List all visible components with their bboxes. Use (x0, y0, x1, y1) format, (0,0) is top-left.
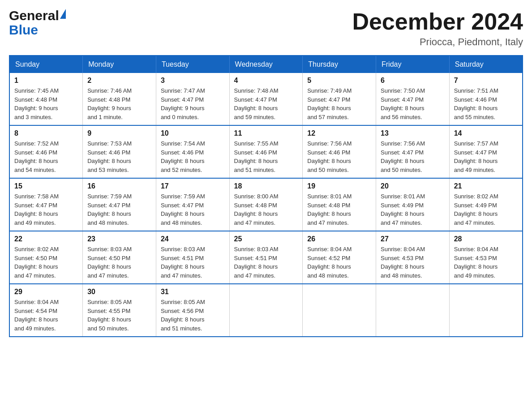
day-info: Sunrise: 7:58 AMSunset: 4:47 PMDaylight:… (14, 192, 78, 227)
day-info: Sunrise: 7:55 AMSunset: 4:46 PMDaylight:… (234, 139, 298, 174)
header-monday: Monday (83, 56, 156, 73)
day-number: 13 (381, 129, 445, 137)
week-row-5: 29 Sunrise: 8:04 AMSunset: 4:54 PMDaylig… (9, 284, 523, 337)
day-cell: 30 Sunrise: 8:05 AMSunset: 4:55 PMDaylig… (83, 284, 156, 337)
day-cell: 23 Sunrise: 8:03 AMSunset: 4:50 PMDaylig… (83, 231, 156, 284)
header-saturday: Saturday (449, 56, 523, 73)
logo: General Blue (9, 9, 66, 37)
day-cell: 17 Sunrise: 7:59 AMSunset: 4:47 PMDaylig… (156, 178, 229, 231)
calendar-table: SundayMondayTuesdayWednesdayThursdayFrid… (9, 55, 523, 337)
week-row-3: 15 Sunrise: 7:58 AMSunset: 4:47 PMDaylig… (9, 178, 523, 231)
day-cell: 27 Sunrise: 8:04 AMSunset: 4:53 PMDaylig… (376, 231, 450, 284)
day-info: Sunrise: 8:04 AMSunset: 4:53 PMDaylight:… (381, 245, 445, 280)
location-title: Priocca, Piedmont, Italy (352, 36, 523, 48)
day-cell: 5 Sunrise: 7:49 AMSunset: 4:47 PMDayligh… (303, 73, 376, 125)
day-number: 24 (161, 235, 225, 243)
day-number: 12 (307, 129, 371, 137)
day-info: Sunrise: 7:45 AMSunset: 4:48 PMDaylight:… (14, 86, 78, 121)
day-cell (229, 284, 303, 337)
week-row-4: 22 Sunrise: 8:02 AMSunset: 4:50 PMDaylig… (9, 231, 523, 284)
day-cell: 18 Sunrise: 8:00 AMSunset: 4:48 PMDaylig… (229, 178, 303, 231)
day-info: Sunrise: 8:05 AMSunset: 4:56 PMDaylight:… (161, 298, 225, 333)
day-number: 21 (454, 182, 518, 190)
title-area: December 2024 Priocca, Piedmont, Italy (352, 9, 523, 48)
day-number: 9 (87, 129, 151, 137)
header-sunday: Sunday (9, 56, 83, 73)
day-number: 23 (87, 235, 151, 243)
day-info: Sunrise: 7:52 AMSunset: 4:46 PMDaylight:… (14, 139, 78, 174)
header-thursday: Thursday (303, 56, 376, 73)
day-info: Sunrise: 8:03 AMSunset: 4:51 PMDaylight:… (234, 245, 298, 280)
week-row-2: 8 Sunrise: 7:52 AMSunset: 4:46 PMDayligh… (9, 125, 523, 178)
day-cell: 21 Sunrise: 8:02 AMSunset: 4:49 PMDaylig… (449, 178, 523, 231)
day-cell: 15 Sunrise: 7:58 AMSunset: 4:47 PMDaylig… (9, 178, 83, 231)
day-number: 29 (14, 288, 78, 296)
day-cell: 8 Sunrise: 7:52 AMSunset: 4:46 PMDayligh… (9, 125, 83, 178)
day-cell: 11 Sunrise: 7:55 AMSunset: 4:46 PMDaylig… (229, 125, 303, 178)
day-number: 5 (307, 77, 371, 85)
day-cell: 3 Sunrise: 7:47 AMSunset: 4:47 PMDayligh… (156, 73, 229, 125)
day-cell: 14 Sunrise: 7:57 AMSunset: 4:47 PMDaylig… (449, 125, 523, 178)
day-number: 10 (161, 129, 225, 137)
day-number: 17 (161, 182, 225, 190)
day-info: Sunrise: 8:05 AMSunset: 4:55 PMDaylight:… (87, 298, 151, 333)
month-title: December 2024 (352, 9, 523, 34)
day-cell: 24 Sunrise: 8:03 AMSunset: 4:51 PMDaylig… (156, 231, 229, 284)
day-cell: 28 Sunrise: 8:04 AMSunset: 4:53 PMDaylig… (449, 231, 523, 284)
day-number: 20 (381, 182, 445, 190)
day-info: Sunrise: 8:03 AMSunset: 4:51 PMDaylight:… (161, 245, 225, 280)
day-info: Sunrise: 7:59 AMSunset: 4:47 PMDaylight:… (87, 192, 151, 227)
day-info: Sunrise: 8:02 AMSunset: 4:50 PMDaylight:… (14, 245, 78, 280)
day-number: 26 (307, 235, 371, 243)
day-cell (449, 284, 523, 337)
day-cell: 2 Sunrise: 7:46 AMSunset: 4:48 PMDayligh… (83, 73, 156, 125)
day-cell: 20 Sunrise: 8:01 AMSunset: 4:49 PMDaylig… (376, 178, 450, 231)
day-number: 19 (307, 182, 371, 190)
day-number: 28 (454, 235, 518, 243)
day-info: Sunrise: 8:00 AMSunset: 4:48 PMDaylight:… (234, 192, 298, 227)
day-info: Sunrise: 8:01 AMSunset: 4:49 PMDaylight:… (381, 192, 445, 227)
day-number: 1 (14, 77, 78, 85)
header: General Blue December 2024 Priocca, Pied… (9, 9, 523, 48)
day-number: 25 (234, 235, 298, 243)
day-cell: 4 Sunrise: 7:48 AMSunset: 4:47 PMDayligh… (229, 73, 303, 125)
logo-triangle-icon (60, 9, 66, 19)
day-cell: 22 Sunrise: 8:02 AMSunset: 4:50 PMDaylig… (9, 231, 83, 284)
header-wednesday: Wednesday (229, 56, 303, 73)
logo-blue-text: Blue (9, 23, 38, 37)
day-number: 7 (454, 77, 518, 85)
day-number: 16 (87, 182, 151, 190)
day-cell: 25 Sunrise: 8:03 AMSunset: 4:51 PMDaylig… (229, 231, 303, 284)
day-number: 31 (161, 288, 225, 296)
day-number: 8 (14, 129, 78, 137)
day-info: Sunrise: 7:50 AMSunset: 4:47 PMDaylight:… (381, 86, 445, 121)
day-info: Sunrise: 8:04 AMSunset: 4:54 PMDaylight:… (14, 298, 78, 333)
day-info: Sunrise: 8:01 AMSunset: 4:48 PMDaylight:… (307, 192, 371, 227)
day-number: 4 (234, 77, 298, 85)
day-info: Sunrise: 7:53 AMSunset: 4:46 PMDaylight:… (87, 139, 151, 174)
day-cell: 1 Sunrise: 7:45 AMSunset: 4:48 PMDayligh… (9, 73, 83, 125)
day-cell: 12 Sunrise: 7:56 AMSunset: 4:46 PMDaylig… (303, 125, 376, 178)
day-cell (376, 284, 450, 337)
day-number: 14 (454, 129, 518, 137)
day-info: Sunrise: 7:47 AMSunset: 4:47 PMDaylight:… (161, 86, 225, 121)
day-cell: 19 Sunrise: 8:01 AMSunset: 4:48 PMDaylig… (303, 178, 376, 231)
day-cell: 16 Sunrise: 7:59 AMSunset: 4:47 PMDaylig… (83, 178, 156, 231)
logo-general-text: General (9, 9, 59, 22)
day-cell: 26 Sunrise: 8:04 AMSunset: 4:52 PMDaylig… (303, 231, 376, 284)
day-cell: 29 Sunrise: 8:04 AMSunset: 4:54 PMDaylig… (9, 284, 83, 337)
day-number: 2 (87, 77, 151, 85)
day-cell: 9 Sunrise: 7:53 AMSunset: 4:46 PMDayligh… (83, 125, 156, 178)
day-info: Sunrise: 7:49 AMSunset: 4:47 PMDaylight:… (307, 86, 371, 121)
day-cell: 7 Sunrise: 7:51 AMSunset: 4:46 PMDayligh… (449, 73, 523, 125)
day-number: 15 (14, 182, 78, 190)
header-tuesday: Tuesday (156, 56, 229, 73)
day-cell: 10 Sunrise: 7:54 AMSunset: 4:46 PMDaylig… (156, 125, 229, 178)
day-number: 6 (381, 77, 445, 85)
day-cell: 6 Sunrise: 7:50 AMSunset: 4:47 PMDayligh… (376, 73, 450, 125)
day-info: Sunrise: 7:51 AMSunset: 4:46 PMDaylight:… (454, 86, 518, 121)
day-info: Sunrise: 7:56 AMSunset: 4:47 PMDaylight:… (381, 139, 445, 174)
day-info: Sunrise: 7:54 AMSunset: 4:46 PMDaylight:… (161, 139, 225, 174)
day-cell: 13 Sunrise: 7:56 AMSunset: 4:47 PMDaylig… (376, 125, 450, 178)
day-number: 11 (234, 129, 298, 137)
